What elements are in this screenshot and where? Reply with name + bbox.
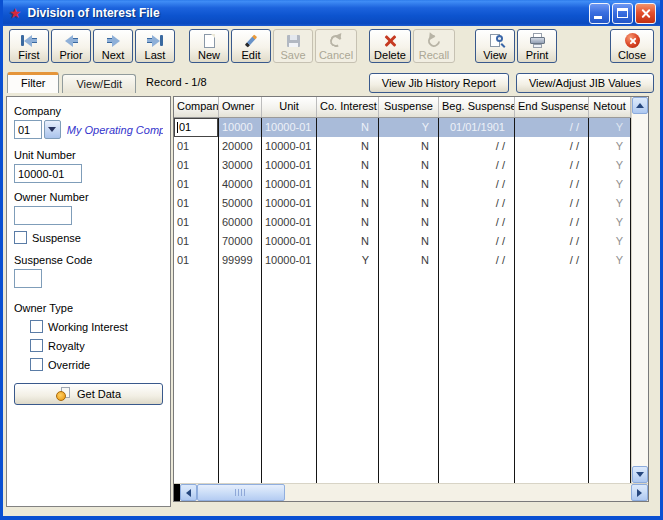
table-row[interactable]: 01 70000 10000-01 N N / / / / Y bbox=[174, 232, 631, 251]
working-interest-checkbox[interactable] bbox=[30, 320, 43, 333]
company-input[interactable] bbox=[14, 120, 42, 139]
cell-co-interest[interactable]: Y bbox=[317, 251, 379, 270]
company-dropdown-button[interactable] bbox=[44, 120, 61, 139]
cell-end-suspense[interactable]: / / bbox=[515, 175, 589, 194]
cell-netout[interactable]: Y bbox=[589, 194, 631, 213]
table-row[interactable]: 01 10000 10000-01 N Y 01/01/1901 / / Y bbox=[174, 118, 631, 137]
vertical-scrollbar[interactable] bbox=[631, 97, 648, 483]
recall-button[interactable]: Recall bbox=[413, 29, 455, 63]
prior-button[interactable]: Prior bbox=[51, 29, 91, 63]
cell-unit[interactable]: 10000-01 bbox=[262, 251, 317, 270]
cell-end-suspense[interactable]: / / bbox=[515, 156, 589, 175]
suspense-code-input[interactable] bbox=[14, 269, 42, 288]
cell-owner[interactable]: 10000 bbox=[219, 118, 262, 137]
cell-co-interest[interactable]: N bbox=[317, 194, 379, 213]
tab-view-edit[interactable]: View/Edit bbox=[62, 74, 136, 93]
table-row[interactable]: 01 60000 10000-01 N N / / / / Y bbox=[174, 213, 631, 232]
table-row[interactable]: 01 40000 10000-01 N N / / / / Y bbox=[174, 175, 631, 194]
new-button[interactable]: New bbox=[189, 29, 229, 63]
view-jib-history-button[interactable]: View Jib History Report bbox=[369, 73, 509, 93]
view-adjust-jib-button[interactable]: View/Adjust JIB Values bbox=[516, 73, 654, 93]
cell-end-suspense[interactable]: / / bbox=[515, 213, 589, 232]
cell-co-interest[interactable]: N bbox=[317, 175, 379, 194]
table-row[interactable]: 01 30000 10000-01 N N / / / / Y bbox=[174, 156, 631, 175]
cell-company[interactable]: 01 bbox=[174, 194, 219, 213]
cell-unit[interactable]: 10000-01 bbox=[262, 175, 317, 194]
last-button[interactable]: Last bbox=[135, 29, 175, 63]
cell-beg-suspense[interactable]: / / bbox=[439, 251, 515, 270]
edit-button[interactable]: Edit bbox=[231, 29, 271, 63]
cell-suspense[interactable]: N bbox=[379, 194, 439, 213]
cell-owner[interactable]: 20000 bbox=[219, 137, 262, 156]
royalty-checkbox[interactable] bbox=[30, 339, 43, 352]
print-button[interactable]: Print bbox=[517, 29, 557, 63]
cell-suspense[interactable]: N bbox=[379, 213, 439, 232]
cell-co-interest[interactable]: N bbox=[317, 137, 379, 156]
cell-netout[interactable]: Y bbox=[589, 232, 631, 251]
vertical-scroll-track[interactable] bbox=[632, 114, 648, 466]
cell-owner[interactable]: 30000 bbox=[219, 156, 262, 175]
close-button[interactable]: Close bbox=[610, 29, 654, 63]
horizontal-scroll-thumb[interactable] bbox=[197, 484, 285, 501]
scroll-down-button[interactable] bbox=[632, 466, 648, 483]
cell-netout[interactable]: Y bbox=[589, 137, 631, 156]
cell-company[interactable]: 01 bbox=[174, 137, 219, 156]
cell-suspense[interactable]: N bbox=[379, 251, 439, 270]
table-row[interactable]: 01 20000 10000-01 N N / / / / Y bbox=[174, 137, 631, 156]
suspense-checkbox[interactable] bbox=[14, 231, 27, 244]
cell-beg-suspense[interactable]: / / bbox=[439, 194, 515, 213]
cell-netout[interactable]: Y bbox=[589, 118, 631, 137]
cell-netout[interactable]: Y bbox=[589, 213, 631, 232]
cell-end-suspense[interactable]: / / bbox=[515, 251, 589, 270]
cell-beg-suspense[interactable]: / / bbox=[439, 137, 515, 156]
cell-end-suspense[interactable]: / / bbox=[515, 118, 589, 137]
cell-unit[interactable]: 10000-01 bbox=[262, 156, 317, 175]
cell-suspense[interactable]: N bbox=[379, 137, 439, 156]
minimize-button[interactable] bbox=[589, 3, 610, 24]
cell-unit[interactable]: 10000-01 bbox=[262, 118, 317, 137]
cell-unit[interactable]: 10000-01 bbox=[262, 213, 317, 232]
cell-co-interest[interactable]: N bbox=[317, 213, 379, 232]
cell-end-suspense[interactable]: / / bbox=[515, 232, 589, 251]
cell-co-interest[interactable]: N bbox=[317, 232, 379, 251]
cell-beg-suspense[interactable]: / / bbox=[439, 213, 515, 232]
scroll-up-button[interactable] bbox=[632, 97, 648, 114]
cell-owner[interactable]: 60000 bbox=[219, 213, 262, 232]
cell-beg-suspense[interactable]: / / bbox=[439, 232, 515, 251]
cell-netout[interactable]: Y bbox=[589, 175, 631, 194]
horizontal-scrollbar[interactable] bbox=[174, 483, 648, 501]
table-row[interactable]: 01 50000 10000-01 N N / / / / Y bbox=[174, 194, 631, 213]
cell-company[interactable]: 01 bbox=[174, 175, 219, 194]
title-bar[interactable]: ★ Division of Interest File bbox=[3, 0, 660, 26]
column-header-co-interest[interactable]: Co. Interest bbox=[317, 97, 379, 117]
view-button[interactable]: View bbox=[475, 29, 515, 63]
cell-company[interactable]: 01 bbox=[174, 232, 219, 251]
column-header-suspense[interactable]: Suspense bbox=[379, 97, 439, 117]
cell-suspense[interactable]: Y bbox=[379, 118, 439, 137]
cell-unit[interactable]: 10000-01 bbox=[262, 232, 317, 251]
cell-suspense[interactable]: N bbox=[379, 175, 439, 194]
cell-owner[interactable]: 70000 bbox=[219, 232, 262, 251]
next-button[interactable]: Next bbox=[93, 29, 133, 63]
get-data-button[interactable]: Get Data bbox=[14, 383, 163, 405]
cell-company[interactable]: 01 bbox=[174, 156, 219, 175]
cell-company[interactable]: 01 bbox=[174, 251, 219, 270]
cell-suspense[interactable]: N bbox=[379, 156, 439, 175]
cell-end-suspense[interactable]: / / bbox=[515, 194, 589, 213]
override-checkbox[interactable] bbox=[30, 358, 43, 371]
cell-company[interactable]: 01 bbox=[174, 118, 219, 137]
column-header-beg-suspense[interactable]: Beg. Suspense bbox=[439, 97, 515, 117]
unit-number-input[interactable] bbox=[14, 164, 82, 183]
cell-beg-suspense[interactable]: 01/01/1901 bbox=[439, 118, 515, 137]
cell-owner[interactable]: 50000 bbox=[219, 194, 262, 213]
save-button[interactable]: Save bbox=[273, 29, 313, 63]
maximize-button[interactable] bbox=[612, 3, 633, 24]
delete-button[interactable]: Delete bbox=[369, 29, 411, 63]
cell-unit[interactable]: 10000-01 bbox=[262, 194, 317, 213]
column-header-end-suspense[interactable]: End Suspense bbox=[515, 97, 589, 117]
scroll-right-button[interactable] bbox=[631, 484, 648, 501]
column-header-unit[interactable]: Unit bbox=[262, 97, 317, 117]
cell-co-interest[interactable]: N bbox=[317, 156, 379, 175]
first-button[interactable]: First bbox=[9, 29, 49, 63]
cell-company[interactable]: 01 bbox=[174, 213, 219, 232]
